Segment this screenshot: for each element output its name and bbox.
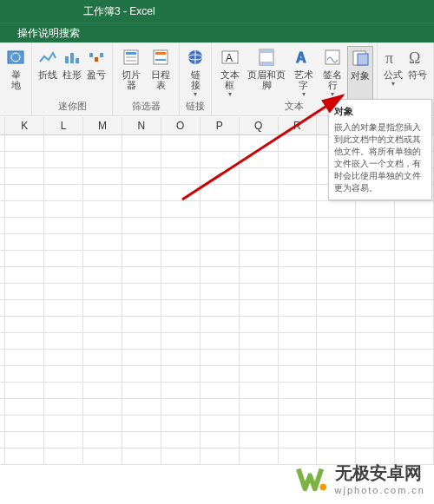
cell[interactable]	[122, 267, 161, 284]
cell[interactable]	[356, 366, 395, 383]
cell[interactable]	[5, 185, 44, 201]
column-header[interactable]: R	[279, 117, 318, 134]
cell[interactable]	[122, 185, 161, 201]
cell[interactable]	[83, 333, 122, 350]
cell[interactable]	[395, 350, 434, 366]
cell[interactable]	[44, 251, 83, 267]
cell[interactable]	[161, 399, 201, 416]
cell[interactable]	[395, 201, 434, 218]
cell[interactable]	[44, 218, 83, 234]
sparkline-column-btn[interactable]: 柱形	[60, 46, 84, 100]
cell[interactable]	[122, 333, 161, 350]
cell[interactable]	[44, 201, 83, 218]
cell[interactable]	[201, 383, 240, 399]
cell[interactable]	[161, 350, 201, 366]
cell[interactable]	[395, 317, 434, 333]
cell[interactable]	[122, 251, 161, 267]
cell[interactable]	[201, 168, 240, 185]
cell[interactable]	[161, 201, 201, 218]
cell[interactable]	[83, 267, 122, 284]
cell[interactable]	[395, 218, 434, 234]
cell[interactable]	[240, 152, 279, 168]
cell[interactable]	[279, 201, 318, 218]
cell[interactable]	[161, 267, 201, 284]
cell[interactable]	[395, 251, 434, 267]
cell[interactable]	[83, 448, 122, 465]
cell[interactable]	[5, 135, 44, 152]
cell[interactable]	[279, 300, 318, 317]
cell[interactable]	[201, 432, 240, 448]
cell[interactable]	[122, 317, 161, 333]
cell[interactable]	[279, 432, 318, 448]
signature-btn[interactable]: 签名行▾	[319, 46, 347, 100]
cell[interactable]	[5, 366, 44, 383]
cell[interactable]	[240, 284, 279, 300]
cell[interactable]	[356, 218, 395, 234]
cell[interactable]	[44, 366, 83, 383]
cell[interactable]	[395, 432, 434, 448]
cell[interactable]	[201, 350, 240, 366]
cell[interactable]	[201, 201, 240, 218]
cell[interactable]	[122, 284, 161, 300]
slicer-btn[interactable]: 切片器	[116, 46, 146, 100]
cell[interactable]	[201, 185, 240, 201]
cell[interactable]	[5, 416, 44, 432]
map-btn[interactable]: 举 地	[3, 46, 28, 113]
cell[interactable]	[356, 317, 395, 333]
cell[interactable]	[317, 284, 356, 300]
cell[interactable]	[161, 284, 201, 300]
cell[interactable]	[44, 267, 83, 284]
cell[interactable]	[240, 366, 279, 383]
cell[interactable]	[240, 350, 279, 366]
cell[interactable]	[44, 416, 83, 432]
sparkline-winloss-btn[interactable]: 盈亏	[84, 46, 108, 100]
cell[interactable]	[279, 218, 318, 234]
cell[interactable]	[83, 416, 122, 432]
cell[interactable]	[240, 448, 279, 465]
cell[interactable]	[161, 135, 201, 152]
cell[interactable]	[395, 284, 434, 300]
cell[interactable]	[122, 432, 161, 448]
cell[interactable]	[122, 135, 161, 152]
symbol-btn[interactable]: Ω符号	[405, 46, 430, 100]
cell[interactable]	[83, 317, 122, 333]
cell[interactable]	[5, 383, 44, 399]
cell[interactable]	[122, 383, 161, 399]
cell[interactable]	[5, 448, 44, 465]
cell[interactable]	[5, 284, 44, 300]
cell[interactable]	[83, 350, 122, 366]
cell[interactable]	[44, 383, 83, 399]
cell[interactable]	[279, 333, 318, 350]
column-header[interactable]: K	[5, 117, 44, 134]
cell[interactable]	[317, 350, 356, 366]
cell[interactable]	[122, 399, 161, 416]
column-header[interactable]: O	[161, 117, 201, 134]
cell[interactable]	[5, 350, 44, 366]
cell[interactable]	[5, 300, 44, 317]
cell[interactable]	[240, 399, 279, 416]
cell[interactable]	[356, 350, 395, 366]
cell[interactable]	[279, 383, 318, 399]
textbox-btn[interactable]: A文本框▾	[215, 46, 244, 100]
cell[interactable]	[201, 135, 240, 152]
cell[interactable]	[395, 383, 434, 399]
cell[interactable]	[122, 168, 161, 185]
cell[interactable]	[317, 432, 356, 448]
cell[interactable]	[240, 201, 279, 218]
object-btn[interactable]: 对象	[347, 46, 373, 100]
cell[interactable]	[44, 333, 83, 350]
cell[interactable]	[44, 448, 83, 465]
cell[interactable]	[83, 152, 122, 168]
cell[interactable]	[317, 251, 356, 267]
cell[interactable]	[240, 383, 279, 399]
cell[interactable]	[161, 300, 201, 317]
cell[interactable]	[317, 317, 356, 333]
cell[interactable]	[122, 218, 161, 234]
cell[interactable]	[279, 267, 318, 284]
cell[interactable]	[201, 448, 240, 465]
cell[interactable]	[161, 432, 201, 448]
cell[interactable]	[5, 317, 44, 333]
cell[interactable]	[5, 218, 44, 234]
cell[interactable]	[201, 366, 240, 383]
cell[interactable]	[317, 300, 356, 317]
